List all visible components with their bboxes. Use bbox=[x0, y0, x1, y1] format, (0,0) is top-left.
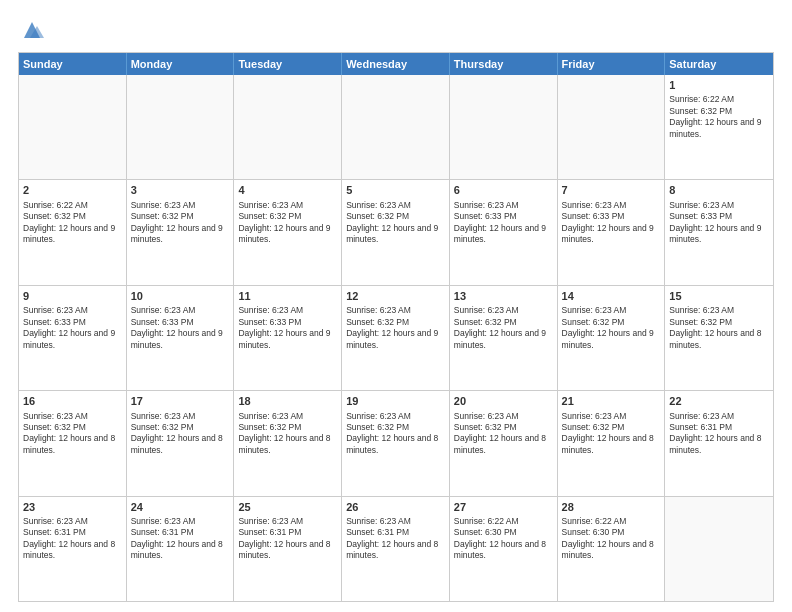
day-number: 18 bbox=[238, 394, 337, 408]
day-info-text: Sunrise: 6:23 AM Sunset: 6:32 PM Dayligh… bbox=[562, 305, 661, 351]
calendar-cell bbox=[450, 75, 558, 179]
day-info-text: Sunrise: 6:23 AM Sunset: 6:32 PM Dayligh… bbox=[346, 200, 445, 246]
day-info-text: Sunrise: 6:23 AM Sunset: 6:32 PM Dayligh… bbox=[23, 411, 122, 457]
calendar-cell: 2Sunrise: 6:22 AM Sunset: 6:32 PM Daylig… bbox=[19, 180, 127, 284]
calendar-cell: 13Sunrise: 6:23 AM Sunset: 6:32 PM Dayli… bbox=[450, 286, 558, 390]
logo bbox=[18, 18, 44, 42]
day-number: 24 bbox=[131, 500, 230, 514]
day-info-text: Sunrise: 6:23 AM Sunset: 6:33 PM Dayligh… bbox=[238, 305, 337, 351]
day-info-text: Sunrise: 6:22 AM Sunset: 6:32 PM Dayligh… bbox=[23, 200, 122, 246]
calendar-cell: 24Sunrise: 6:23 AM Sunset: 6:31 PM Dayli… bbox=[127, 497, 235, 601]
calendar-cell: 26Sunrise: 6:23 AM Sunset: 6:31 PM Dayli… bbox=[342, 497, 450, 601]
day-number: 3 bbox=[131, 183, 230, 197]
calendar-cell: 12Sunrise: 6:23 AM Sunset: 6:32 PM Dayli… bbox=[342, 286, 450, 390]
day-info-text: Sunrise: 6:23 AM Sunset: 6:31 PM Dayligh… bbox=[23, 516, 122, 562]
day-info-text: Sunrise: 6:23 AM Sunset: 6:33 PM Dayligh… bbox=[131, 305, 230, 351]
calendar-cell bbox=[234, 75, 342, 179]
day-number: 19 bbox=[346, 394, 445, 408]
day-number: 20 bbox=[454, 394, 553, 408]
day-info-text: Sunrise: 6:23 AM Sunset: 6:32 PM Dayligh… bbox=[346, 305, 445, 351]
calendar-cell: 21Sunrise: 6:23 AM Sunset: 6:32 PM Dayli… bbox=[558, 391, 666, 495]
header bbox=[18, 18, 774, 42]
day-info-text: Sunrise: 6:22 AM Sunset: 6:30 PM Dayligh… bbox=[454, 516, 553, 562]
day-number: 7 bbox=[562, 183, 661, 197]
calendar-cell bbox=[19, 75, 127, 179]
calendar-header: SundayMondayTuesdayWednesdayThursdayFrid… bbox=[19, 53, 773, 75]
day-info-text: Sunrise: 6:23 AM Sunset: 6:31 PM Dayligh… bbox=[669, 411, 769, 457]
calendar-cell: 3Sunrise: 6:23 AM Sunset: 6:32 PM Daylig… bbox=[127, 180, 235, 284]
weekday-header-monday: Monday bbox=[127, 53, 235, 75]
calendar-row-0: 1Sunrise: 6:22 AM Sunset: 6:32 PM Daylig… bbox=[19, 75, 773, 179]
day-number: 23 bbox=[23, 500, 122, 514]
day-number: 12 bbox=[346, 289, 445, 303]
day-number: 14 bbox=[562, 289, 661, 303]
day-info-text: Sunrise: 6:23 AM Sunset: 6:31 PM Dayligh… bbox=[238, 516, 337, 562]
calendar-cell: 28Sunrise: 6:22 AM Sunset: 6:30 PM Dayli… bbox=[558, 497, 666, 601]
calendar-cell: 5Sunrise: 6:23 AM Sunset: 6:32 PM Daylig… bbox=[342, 180, 450, 284]
calendar-cell: 10Sunrise: 6:23 AM Sunset: 6:33 PM Dayli… bbox=[127, 286, 235, 390]
calendar-cell: 16Sunrise: 6:23 AM Sunset: 6:32 PM Dayli… bbox=[19, 391, 127, 495]
day-number: 10 bbox=[131, 289, 230, 303]
calendar-cell: 4Sunrise: 6:23 AM Sunset: 6:32 PM Daylig… bbox=[234, 180, 342, 284]
weekday-header-wednesday: Wednesday bbox=[342, 53, 450, 75]
day-info-text: Sunrise: 6:23 AM Sunset: 6:32 PM Dayligh… bbox=[562, 411, 661, 457]
calendar-cell: 19Sunrise: 6:23 AM Sunset: 6:32 PM Dayli… bbox=[342, 391, 450, 495]
calendar-cell: 7Sunrise: 6:23 AM Sunset: 6:33 PM Daylig… bbox=[558, 180, 666, 284]
calendar-cell: 22Sunrise: 6:23 AM Sunset: 6:31 PM Dayli… bbox=[665, 391, 773, 495]
day-info-text: Sunrise: 6:23 AM Sunset: 6:32 PM Dayligh… bbox=[669, 305, 769, 351]
calendar-cell bbox=[665, 497, 773, 601]
day-number: 6 bbox=[454, 183, 553, 197]
calendar-cell: 20Sunrise: 6:23 AM Sunset: 6:32 PM Dayli… bbox=[450, 391, 558, 495]
weekday-header-friday: Friday bbox=[558, 53, 666, 75]
calendar-cell: 25Sunrise: 6:23 AM Sunset: 6:31 PM Dayli… bbox=[234, 497, 342, 601]
day-info-text: Sunrise: 6:22 AM Sunset: 6:30 PM Dayligh… bbox=[562, 516, 661, 562]
day-info-text: Sunrise: 6:23 AM Sunset: 6:33 PM Dayligh… bbox=[562, 200, 661, 246]
page: SundayMondayTuesdayWednesdayThursdayFrid… bbox=[0, 0, 792, 612]
calendar-cell bbox=[342, 75, 450, 179]
day-number: 11 bbox=[238, 289, 337, 303]
day-number: 26 bbox=[346, 500, 445, 514]
day-number: 15 bbox=[669, 289, 769, 303]
calendar-cell: 11Sunrise: 6:23 AM Sunset: 6:33 PM Dayli… bbox=[234, 286, 342, 390]
day-number: 2 bbox=[23, 183, 122, 197]
calendar-row-4: 23Sunrise: 6:23 AM Sunset: 6:31 PM Dayli… bbox=[19, 496, 773, 601]
calendar-cell: 8Sunrise: 6:23 AM Sunset: 6:33 PM Daylig… bbox=[665, 180, 773, 284]
day-info-text: Sunrise: 6:23 AM Sunset: 6:31 PM Dayligh… bbox=[346, 516, 445, 562]
day-info-text: Sunrise: 6:23 AM Sunset: 6:33 PM Dayligh… bbox=[454, 200, 553, 246]
day-number: 25 bbox=[238, 500, 337, 514]
day-number: 22 bbox=[669, 394, 769, 408]
calendar-cell: 1Sunrise: 6:22 AM Sunset: 6:32 PM Daylig… bbox=[665, 75, 773, 179]
calendar-cell bbox=[558, 75, 666, 179]
weekday-header-saturday: Saturday bbox=[665, 53, 773, 75]
day-info-text: Sunrise: 6:23 AM Sunset: 6:32 PM Dayligh… bbox=[238, 411, 337, 457]
day-number: 4 bbox=[238, 183, 337, 197]
calendar-row-2: 9Sunrise: 6:23 AM Sunset: 6:33 PM Daylig… bbox=[19, 285, 773, 390]
calendar-cell: 14Sunrise: 6:23 AM Sunset: 6:32 PM Dayli… bbox=[558, 286, 666, 390]
day-info-text: Sunrise: 6:23 AM Sunset: 6:32 PM Dayligh… bbox=[346, 411, 445, 457]
logo-icon bbox=[20, 18, 44, 42]
day-number: 21 bbox=[562, 394, 661, 408]
day-info-text: Sunrise: 6:23 AM Sunset: 6:33 PM Dayligh… bbox=[669, 200, 769, 246]
day-info-text: Sunrise: 6:23 AM Sunset: 6:32 PM Dayligh… bbox=[454, 411, 553, 457]
weekday-header-sunday: Sunday bbox=[19, 53, 127, 75]
day-number: 9 bbox=[23, 289, 122, 303]
weekday-header-tuesday: Tuesday bbox=[234, 53, 342, 75]
day-number: 8 bbox=[669, 183, 769, 197]
day-info-text: Sunrise: 6:23 AM Sunset: 6:32 PM Dayligh… bbox=[454, 305, 553, 351]
day-number: 13 bbox=[454, 289, 553, 303]
calendar-cell: 23Sunrise: 6:23 AM Sunset: 6:31 PM Dayli… bbox=[19, 497, 127, 601]
day-info-text: Sunrise: 6:23 AM Sunset: 6:32 PM Dayligh… bbox=[131, 411, 230, 457]
calendar-cell: 9Sunrise: 6:23 AM Sunset: 6:33 PM Daylig… bbox=[19, 286, 127, 390]
weekday-header-thursday: Thursday bbox=[450, 53, 558, 75]
day-number: 17 bbox=[131, 394, 230, 408]
calendar-cell: 18Sunrise: 6:23 AM Sunset: 6:32 PM Dayli… bbox=[234, 391, 342, 495]
calendar-row-3: 16Sunrise: 6:23 AM Sunset: 6:32 PM Dayli… bbox=[19, 390, 773, 495]
day-number: 27 bbox=[454, 500, 553, 514]
calendar-cell: 27Sunrise: 6:22 AM Sunset: 6:30 PM Dayli… bbox=[450, 497, 558, 601]
day-info-text: Sunrise: 6:23 AM Sunset: 6:32 PM Dayligh… bbox=[238, 200, 337, 246]
day-number: 5 bbox=[346, 183, 445, 197]
day-number: 1 bbox=[669, 78, 769, 92]
day-info-text: Sunrise: 6:22 AM Sunset: 6:32 PM Dayligh… bbox=[669, 94, 769, 140]
calendar-cell bbox=[127, 75, 235, 179]
day-number: 16 bbox=[23, 394, 122, 408]
